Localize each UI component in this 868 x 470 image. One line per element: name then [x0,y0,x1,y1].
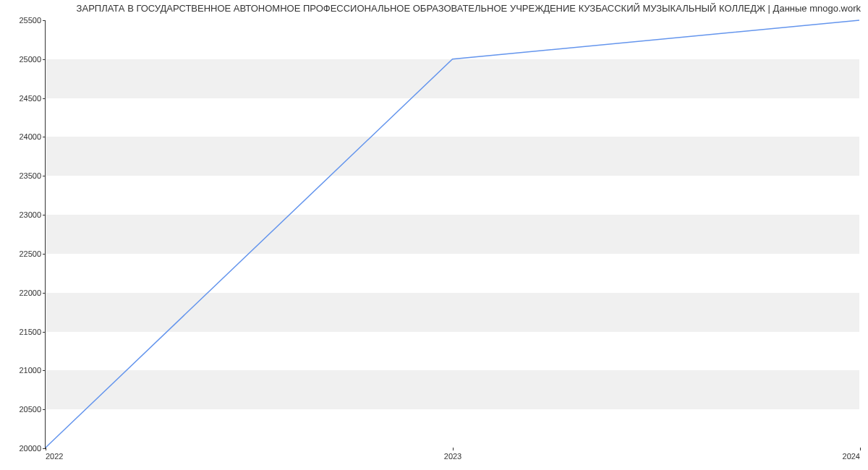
y-tick-mark [43,409,46,410]
y-tick-mark [43,20,46,21]
y-tick-mark [43,176,46,176]
chart-title: ЗАРПЛАТА В ГОСУДАРСТВЕННОЕ АВТОНОМНОЕ ПР… [77,3,861,14]
y-tick-label: 25500 [9,16,41,25]
y-tick-label: 21000 [9,366,41,375]
y-tick-label: 25000 [9,55,41,64]
y-tick-mark [43,215,46,215]
x-tick-label: 2022 [46,452,63,461]
x-tick-mark [860,448,861,450]
y-tick-mark [43,332,46,333]
y-tick-label: 23500 [9,171,41,180]
y-tick-mark [43,98,46,99]
y-tick-label: 24500 [9,94,41,103]
y-tick-label: 24000 [9,132,41,141]
y-tick-mark [43,137,46,137]
chart-container: ЗАРПЛАТА В ГОСУДАРСТВЕННОЕ АВТОНОМНОЕ ПР… [0,0,868,470]
line-chart-svg [46,20,859,448]
y-tick-label: 22000 [9,289,41,297]
y-tick-label: 23000 [9,210,41,219]
y-tick-label: 21500 [9,328,41,336]
y-tick-mark [43,254,46,255]
x-tick-label: 2024 [843,452,860,461]
y-tick-label: 20500 [9,405,41,414]
x-tick-mark [453,448,454,450]
plot-area: 2000020500210002150022000225002300023500… [45,20,859,448]
y-tick-mark [43,293,46,294]
y-tick-label: 20000 [9,444,41,453]
y-tick-mark [43,59,46,60]
data-line [46,20,859,448]
x-tick-label: 2023 [444,452,461,461]
y-tick-mark [43,370,46,371]
y-tick-label: 22500 [9,249,41,258]
x-tick-mark [46,448,46,450]
